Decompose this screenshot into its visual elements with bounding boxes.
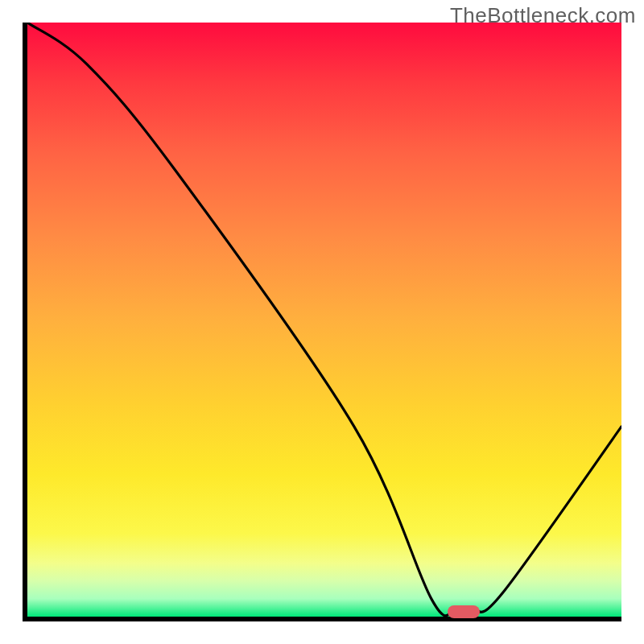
curve-svg [27,23,621,617]
watermark-text: TheBottleneck.com [450,3,636,28]
plot-area [23,23,621,621]
bottleneck-chart: TheBottleneck.com [0,0,644,644]
bottleneck-curve-path [27,23,621,616]
optimal-point-marker [448,605,480,618]
